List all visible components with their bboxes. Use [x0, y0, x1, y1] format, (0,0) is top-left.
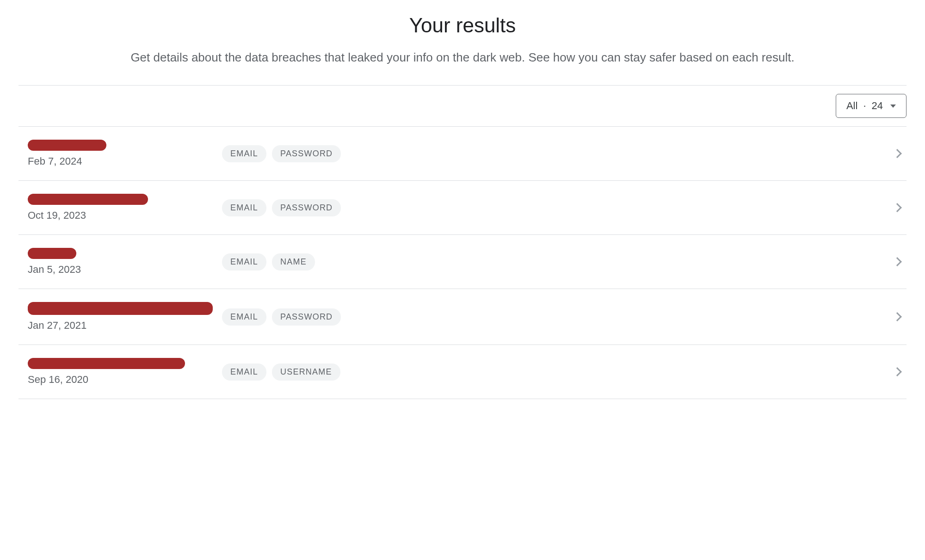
chevron-right-icon [893, 257, 902, 266]
breach-result-row[interactable]: Feb 7, 2024 EMAIL PASSWORD [18, 127, 906, 181]
page-subtitle: Get details about the data breaches that… [46, 49, 879, 67]
result-info: Oct 19, 2023 [18, 194, 222, 222]
row-expand[interactable] [888, 150, 906, 157]
breach-result-row[interactable]: Jan 5, 2023 EMAIL NAME [18, 235, 906, 289]
tag-password: PASSWORD [272, 199, 341, 216]
breach-tags: EMAIL NAME [222, 253, 888, 271]
chevron-right-icon [893, 312, 902, 321]
row-expand[interactable] [888, 314, 906, 320]
breach-tags: EMAIL PASSWORD [222, 199, 888, 216]
chevron-down-icon [890, 105, 896, 108]
tag-username: USERNAME [272, 363, 340, 381]
breach-date: Jan 5, 2023 [28, 264, 222, 276]
filter-bar: All · 24 [18, 85, 906, 127]
breach-date: Jan 27, 2021 [28, 320, 222, 332]
breach-result-row[interactable]: Sep 16, 2020 EMAIL USERNAME [18, 345, 906, 399]
tag-email: EMAIL [222, 199, 266, 216]
tag-password: PASSWORD [272, 145, 341, 162]
breach-result-row[interactable]: Oct 19, 2023 EMAIL PASSWORD [18, 181, 906, 235]
breach-name-redacted [28, 248, 76, 259]
tag-name: NAME [272, 253, 315, 271]
tag-password: PASSWORD [272, 308, 341, 326]
chevron-right-icon [893, 367, 902, 376]
breach-name-redacted [28, 302, 213, 315]
breach-date: Sep 16, 2020 [28, 374, 222, 386]
tag-email: EMAIL [222, 145, 266, 162]
tag-email: EMAIL [222, 308, 266, 326]
result-info: Jan 27, 2021 [18, 302, 222, 332]
breach-tags: EMAIL PASSWORD [222, 308, 888, 326]
breach-tags: EMAIL USERNAME [222, 363, 888, 381]
results-list: Feb 7, 2024 EMAIL PASSWORD Oct 19, 2023 … [18, 127, 906, 399]
row-expand[interactable] [888, 204, 906, 211]
breach-tags: EMAIL PASSWORD [222, 145, 888, 162]
result-info: Sep 16, 2020 [18, 358, 222, 386]
result-info: Jan 5, 2023 [18, 248, 222, 276]
breach-name-redacted [28, 358, 185, 369]
tag-email: EMAIL [222, 253, 266, 271]
breach-name-redacted [28, 140, 106, 151]
chevron-right-icon [893, 149, 902, 158]
breach-name-redacted [28, 194, 148, 205]
page-header: Your results Get details about the data … [18, 14, 906, 67]
tag-email: EMAIL [222, 363, 266, 381]
breach-result-row[interactable]: Jan 27, 2021 EMAIL PASSWORD [18, 289, 906, 345]
results-container: Your results Get details about the data … [18, 14, 906, 399]
filter-label-prefix: All [846, 100, 857, 112]
filter-dropdown[interactable]: All · 24 [836, 94, 906, 118]
result-info: Feb 7, 2024 [18, 140, 222, 167]
filter-separator: · [863, 100, 866, 112]
breach-date: Feb 7, 2024 [28, 155, 222, 167]
breach-date: Oct 19, 2023 [28, 209, 222, 222]
filter-count: 24 [872, 100, 883, 112]
row-expand[interactable] [888, 369, 906, 375]
page-title: Your results [18, 14, 906, 37]
chevron-right-icon [893, 203, 902, 212]
row-expand[interactable] [888, 258, 906, 265]
